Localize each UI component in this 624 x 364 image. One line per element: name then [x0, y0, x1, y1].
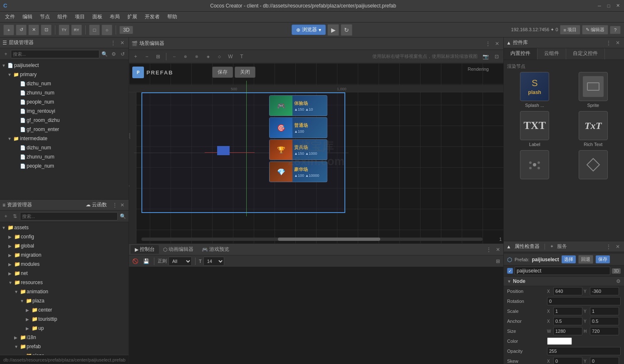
asset-item-plaza1[interactable]: ▼ 📁 plaza [0, 296, 129, 305]
menu-extend[interactable]: 扩展 [124, 12, 141, 21]
tree-item-people-num[interactable]: ▶ 📄 people_num [0, 97, 129, 106]
scene-cam-toggle[interactable]: 📷 [480, 52, 490, 62]
asset-item-net[interactable]: ▶ 📁 net [0, 269, 129, 278]
scene-tool4[interactable]: ◈ [203, 52, 213, 62]
console-font-size-select[interactable]: 14 12 16 [203, 257, 224, 266]
refresh-button[interactable]: ↻ [341, 24, 352, 36]
asset-item-up[interactable]: ▶ 📁 up [0, 324, 129, 333]
render-node-graphics[interactable] [566, 150, 621, 181]
menu-component[interactable]: 组件 [54, 12, 71, 21]
console-menu-icon[interactable]: ⋮ [485, 246, 493, 253]
render-node-sprite[interactable]: Sprite [566, 72, 621, 108]
scene-close-button[interactable]: 关闭 [235, 67, 255, 78]
size-h-input[interactable] [590, 327, 619, 335]
section-node[interactable]: ▼ Node ⚙ [504, 276, 624, 286]
menu-developer[interactable]: 开发者 [141, 12, 163, 21]
ctrl-tab-builtin[interactable]: 内置控件 [504, 48, 537, 59]
position-x-input[interactable] [553, 287, 582, 295]
skew-x-input[interactable] [553, 357, 582, 364]
menu-help[interactable]: 帮助 [164, 12, 181, 21]
ctrl-tab-custom[interactable]: 自定义控件 [566, 48, 605, 59]
tree-item-gf-room-dizhu[interactable]: ▶ 📄 gf_room_dizhu [0, 116, 129, 125]
scene-fullscreen[interactable]: ⊡ [492, 52, 502, 62]
section-gear-icon[interactable]: ⚙ [616, 278, 621, 284]
render-node-label[interactable]: TXT Label [507, 111, 562, 147]
scene-tool3[interactable]: ⊗ [192, 52, 202, 62]
asset-item-center1[interactable]: ▶ 📁 center [0, 305, 129, 314]
prefab-select-button[interactable]: 选择 [562, 255, 576, 263]
scene-close-icon[interactable]: ✕ [493, 40, 501, 47]
tool-hand[interactable]: ✕ [28, 25, 39, 35]
inspector-close-icon[interactable]: ✕ [614, 243, 622, 250]
asset-item-prefab[interactable]: ▼ 📁 prefab [0, 342, 129, 351]
tool-rotate[interactable]: RY [71, 25, 82, 35]
asset-item-migration[interactable]: ▶ 📁 migration [0, 250, 129, 260]
tree-item-intermediate[interactable]: ▼ 📁 intermediate [0, 134, 129, 143]
scene-scrollbar-h[interactable] [141, 238, 483, 241]
assets-menu-icon[interactable]: ⋮ [111, 201, 119, 209]
close-button[interactable]: ✕ [615, 3, 621, 9]
color-swatch[interactable] [547, 337, 572, 345]
hierarchy-add-button[interactable]: + [2, 50, 10, 58]
prefab-save-button[interactable]: 保存 [596, 255, 610, 263]
tool-translate[interactable]: TY [59, 25, 69, 35]
maximize-button[interactable]: □ [606, 3, 612, 9]
tool-rect[interactable]: ⊡ [41, 25, 52, 35]
render-node-splash[interactable]: S plash Splash ... [507, 72, 562, 108]
tree-item-people-num2[interactable]: ▶ 📄 people_num [0, 161, 129, 171]
skew-y-input[interactable] [590, 357, 619, 364]
console-filter-select[interactable]: All Error Warn Log [168, 257, 192, 266]
tree-item-paijiuselect[interactable]: ▼ 📄 paijiuselect [0, 61, 129, 70]
anchor-x-input[interactable] [553, 317, 582, 325]
help-button[interactable]: ? [610, 26, 621, 34]
asset-item-plaza2[interactable]: ▼ 📁 plaza [0, 351, 129, 355]
tree-item-zhunru-num2[interactable]: ▶ 📄 zhunru_num [0, 152, 129, 161]
hierarchy-refresh-button[interactable]: ↺ [119, 50, 127, 58]
assets-search-input[interactable] [20, 212, 118, 220]
inspector-menu-icon[interactable]: ⋮ [605, 243, 612, 250]
tree-item-img-rentouyi[interactable]: ▶ 📄 img_rentouyi [0, 106, 129, 116]
menu-file[interactable]: 文件 [2, 12, 18, 21]
assets-search-button[interactable]: 🔍 [119, 212, 127, 220]
scale-x-input[interactable] [553, 307, 582, 315]
position-y-input[interactable] [590, 287, 619, 295]
tab-anim-editor[interactable]: ⬡ 动画编辑器 [159, 245, 198, 254]
tab-console[interactable]: ▶ 控制台 [131, 245, 159, 254]
console-expand-icon[interactable]: ⊞ [494, 258, 502, 265]
tab-game-preview[interactable]: 🎮 游戏预览 [198, 245, 233, 254]
tool-box[interactable]: □ [89, 25, 100, 35]
console-clear-btn[interactable]: 🚫 [131, 257, 140, 266]
node-checkbox[interactable]: ✓ [507, 268, 513, 274]
hierarchy-close-icon[interactable]: ✕ [119, 39, 126, 47]
cloud-tab[interactable]: ☁ 云函数 [82, 201, 111, 209]
browser-button[interactable]: ⊕ 浏览器 ▾ [292, 25, 326, 35]
scene-tool2[interactable]: ⊕ [181, 52, 191, 62]
menu-node[interactable]: 节点 [37, 12, 53, 21]
scene-menu-icon[interactable]: ⋮ [484, 40, 492, 47]
assets-add-button[interactable]: + [2, 212, 10, 220]
opacity-input[interactable] [547, 347, 621, 355]
play-button[interactable]: ▶ [327, 24, 339, 36]
tree-item-primary[interactable]: ▼ 📁 primary [0, 70, 129, 79]
minimize-button[interactable]: ─ [597, 3, 602, 9]
ctrl-tab-cloud[interactable]: 云组件 [537, 48, 566, 59]
asset-item-global[interactable]: ▶ 📁 global [0, 241, 129, 250]
asset-item-touristtip[interactable]: ▶ 📁 touristtip [0, 314, 129, 324]
hierarchy-search-button[interactable]: 🔍 [100, 50, 109, 58]
render-node-particle[interactable] [507, 150, 562, 181]
menu-panel[interactable]: 面板 [89, 12, 106, 21]
scene-zoom-in[interactable]: + [131, 52, 141, 62]
tree-item-dizhu-num[interactable]: ▶ 📄 dizhu_num [0, 79, 129, 88]
node-name-input[interactable] [515, 267, 610, 275]
scene-tool1[interactable]: ↔ [169, 52, 179, 62]
project-button[interactable]: ≡ 项目 [560, 25, 580, 35]
console-save-btn[interactable]: 💾 [141, 257, 151, 266]
menu-project[interactable]: 项目 [72, 12, 88, 21]
hierarchy-filter-button[interactable]: ⚙ [109, 50, 118, 58]
asset-item-animation[interactable]: ▼ 📁 animation [0, 287, 129, 296]
asset-item-config[interactable]: ▶ 📁 config [0, 232, 129, 241]
assets-close-icon[interactable]: ✕ [119, 201, 126, 209]
hierarchy-menu-icon[interactable]: ⋮ [109, 39, 117, 47]
controls-menu-icon[interactable]: ⋮ [605, 39, 612, 47]
assets-sort-button[interactable]: ⇅ [11, 212, 19, 220]
